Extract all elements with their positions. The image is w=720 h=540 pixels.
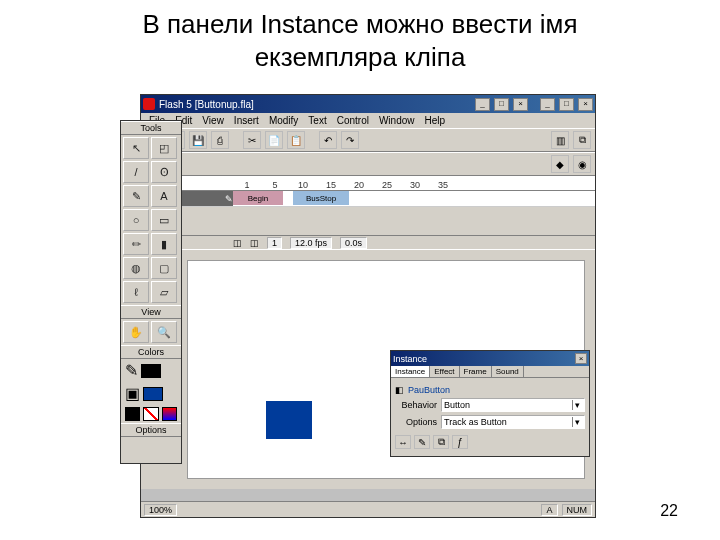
titlebar[interactable]: Flash 5 [Buttonup.fla] _ □ × _ □ × bbox=[141, 95, 595, 113]
main-toolbar: ▭ 📂 💾 ⎙ ✂ 📄 📋 ↶ ↷ ▥ ⧉ bbox=[141, 128, 595, 152]
tab-frame[interactable]: Frame bbox=[460, 366, 492, 377]
options-dropdown[interactable]: Track as Button ▾ bbox=[441, 415, 585, 429]
scene-button[interactable]: ◆ bbox=[551, 155, 569, 173]
hand-tool[interactable]: ✋ bbox=[123, 321, 149, 343]
instance-panel-titlebar[interactable]: Instance × bbox=[391, 351, 589, 366]
menu-text[interactable]: Text bbox=[304, 115, 330, 126]
close-button[interactable]: × bbox=[578, 98, 593, 111]
instance-panel-tabs: Instance Effect Frame Sound bbox=[391, 366, 589, 378]
default-colors-button[interactable] bbox=[125, 407, 140, 421]
selected-clip-instance[interactable] bbox=[266, 401, 312, 439]
chevron-down-icon: ▾ bbox=[572, 400, 582, 410]
swap-symbol-button[interactable]: ↔ bbox=[395, 435, 411, 449]
frame-label-busstop[interactable]: BusStop bbox=[293, 191, 349, 205]
options-value: Track as Button bbox=[444, 417, 507, 427]
paint-bucket-tool[interactable]: ▢ bbox=[151, 257, 177, 279]
chevron-down-icon: ▾ bbox=[572, 417, 582, 427]
movie-explorer-button[interactable]: ⧉ bbox=[573, 131, 591, 149]
tools-palette[interactable]: Tools ↖ ◰ / ʘ ✎ A ○ ▭ ✏ ▮ ◍ ▢ ℓ ▱ View ✋… bbox=[120, 120, 182, 464]
eyedropper-tool[interactable]: ℓ bbox=[123, 281, 149, 303]
layer-pencil-icon: ✎ bbox=[225, 194, 233, 204]
slide-title: В панели Instance можно ввести імя екзем… bbox=[0, 8, 720, 73]
menu-insert[interactable]: Insert bbox=[230, 115, 263, 126]
doc-maximize-button[interactable]: □ bbox=[494, 98, 509, 111]
tools-label: Tools bbox=[121, 121, 181, 135]
lasso-tool[interactable]: ʘ bbox=[151, 161, 177, 183]
layer-frames[interactable]: Begin BusStop bbox=[233, 191, 595, 206]
save-button[interactable]: 💾 bbox=[189, 131, 207, 149]
ruler-tick: 5 bbox=[261, 180, 289, 190]
tools-grid: ↖ ◰ / ʘ ✎ A ○ ▭ ✏ ▮ ◍ ▢ ℓ ▱ bbox=[121, 135, 181, 305]
ruler-tick: 10 bbox=[289, 180, 317, 190]
timeline-ruler[interactable]: 1 5 10 15 20 25 30 35 bbox=[141, 177, 595, 191]
zoom-tool[interactable]: 🔍 bbox=[151, 321, 177, 343]
oval-tool[interactable]: ○ bbox=[123, 209, 149, 231]
print-button[interactable]: ⎙ bbox=[211, 131, 229, 149]
text-tool-indicator: A bbox=[541, 504, 557, 516]
fill-color-swatch[interactable] bbox=[143, 387, 163, 401]
panel-close-button[interactable]: × bbox=[575, 353, 587, 364]
copy-button[interactable]: 📄 bbox=[265, 131, 283, 149]
line-tool[interactable]: / bbox=[123, 161, 149, 183]
no-color-button[interactable] bbox=[143, 407, 158, 421]
timeline: 1 5 10 15 20 25 30 35 ✎ Begin BusStop ◫ … bbox=[141, 176, 595, 249]
minimize-button[interactable]: _ bbox=[540, 98, 555, 111]
eraser-tool[interactable]: ▱ bbox=[151, 281, 177, 303]
instance-panel[interactable]: Instance × Instance Effect Frame Sound ◧… bbox=[390, 350, 590, 457]
paste-button[interactable]: 📋 bbox=[287, 131, 305, 149]
symbol-name[interactable]: PauButton bbox=[408, 385, 450, 395]
frame-label-begin[interactable]: Begin bbox=[233, 191, 283, 205]
undo-button[interactable]: ↶ bbox=[319, 131, 337, 149]
ruler-tick: 30 bbox=[401, 180, 429, 190]
doc-close-button[interactable]: × bbox=[513, 98, 528, 111]
zoom-field[interactable]: 100% bbox=[144, 504, 177, 516]
onion-skin-icon[interactable]: ◫ bbox=[233, 238, 242, 248]
rect-tool[interactable]: ▭ bbox=[151, 209, 177, 231]
symbol-icon: ◧ bbox=[395, 385, 404, 395]
menu-view[interactable]: View bbox=[198, 115, 228, 126]
fps-readout: 12.0 fps bbox=[290, 237, 332, 249]
tab-instance[interactable]: Instance bbox=[391, 366, 430, 377]
options-label: Options bbox=[121, 423, 181, 437]
sub-toolbar: ◆ ◉ bbox=[141, 152, 595, 176]
edit-symbol-button[interactable]: ✎ bbox=[414, 435, 430, 449]
menu-help[interactable]: Help bbox=[421, 115, 450, 126]
statusbar: 100% A NUM bbox=[141, 501, 595, 517]
tab-sound[interactable]: Sound bbox=[492, 366, 524, 377]
menu-control[interactable]: Control bbox=[333, 115, 373, 126]
ruler-tick: 1 bbox=[233, 180, 261, 190]
colors-label: Colors bbox=[121, 345, 181, 359]
ruler-tick: 35 bbox=[429, 180, 457, 190]
behavior-value: Button bbox=[444, 400, 470, 410]
onion-skin-icon[interactable]: ◫ bbox=[250, 238, 259, 248]
symbol-button[interactable]: ◉ bbox=[573, 155, 591, 173]
ink-bottle-tool[interactable]: ◍ bbox=[123, 257, 149, 279]
stroke-color-swatch[interactable] bbox=[141, 364, 161, 378]
menubar: File Edit View Insert Modify Text Contro… bbox=[141, 113, 595, 128]
doc-minimize-button[interactable]: _ bbox=[475, 98, 490, 111]
view-label: View bbox=[121, 305, 181, 319]
subselect-tool[interactable]: ◰ bbox=[151, 137, 177, 159]
options-label: Options bbox=[395, 417, 437, 427]
numlock-indicator: NUM bbox=[562, 504, 593, 516]
layer-row[interactable]: ✎ Begin BusStop bbox=[141, 191, 595, 207]
duplicate-symbol-button[interactable]: ⧉ bbox=[433, 435, 449, 449]
pencil-tool[interactable]: ✏ bbox=[123, 233, 149, 255]
arrow-tool[interactable]: ↖ bbox=[123, 137, 149, 159]
maximize-button[interactable]: □ bbox=[559, 98, 574, 111]
tab-effect[interactable]: Effect bbox=[430, 366, 459, 377]
behavior-dropdown[interactable]: Button ▾ bbox=[441, 398, 585, 412]
swap-colors-button[interactable] bbox=[162, 407, 177, 421]
menu-modify[interactable]: Modify bbox=[265, 115, 302, 126]
timeline-status: ◫ ◫ 1 12.0 fps 0.0s bbox=[141, 235, 595, 249]
text-tool[interactable]: A bbox=[151, 185, 177, 207]
menu-window[interactable]: Window bbox=[375, 115, 419, 126]
edit-actions-button[interactable]: ƒ bbox=[452, 435, 468, 449]
bucket-icon: ▣ bbox=[125, 384, 140, 403]
brush-tool[interactable]: ▮ bbox=[151, 233, 177, 255]
library-button[interactable]: ▥ bbox=[551, 131, 569, 149]
redo-button[interactable]: ↷ bbox=[341, 131, 359, 149]
instance-panel-title: Instance bbox=[393, 354, 427, 364]
pen-tool[interactable]: ✎ bbox=[123, 185, 149, 207]
cut-button[interactable]: ✂ bbox=[243, 131, 261, 149]
